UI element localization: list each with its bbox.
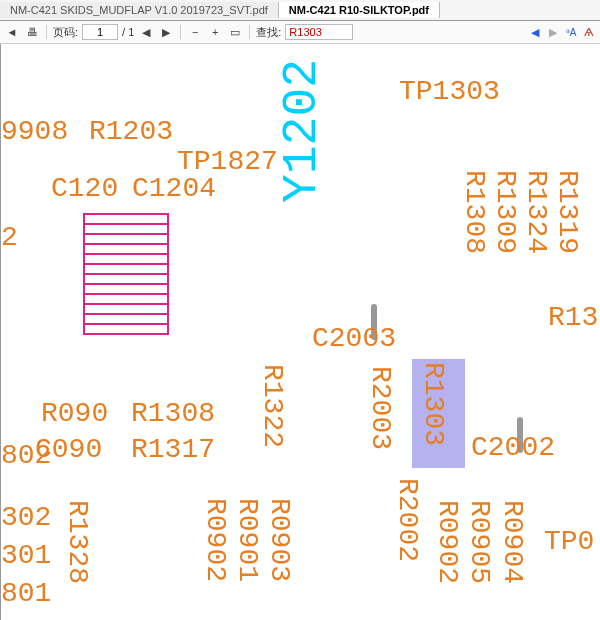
pdf-viewport[interactable]: Y1202 TP1303 9908 R1203 TP1827 C120 C120… <box>0 44 600 620</box>
separator <box>249 25 250 39</box>
zoom-in-icon[interactable]: + <box>207 26 223 38</box>
ref-r2003: R2003 <box>366 366 394 450</box>
find-icon[interactable]: Ѧ <box>582 26 596 39</box>
ref-tp1827: TP1827 <box>177 148 278 176</box>
page-total: / 1 <box>122 26 134 38</box>
separator <box>180 25 181 39</box>
ref-r1324v: R1324 <box>522 170 550 254</box>
ref-c2002: C2002 <box>471 434 555 462</box>
ref-r2002: R2002 <box>393 478 421 562</box>
ref-c2003: C2003 <box>312 325 396 353</box>
ref-c1201: C120 <box>51 175 118 203</box>
ref-r1308v: R1308 <box>460 170 488 254</box>
ref-r1308h: R1308 <box>131 400 215 428</box>
ref-tp1303: TP1303 <box>399 78 500 106</box>
ref-side-r13: R13 <box>548 304 598 332</box>
ref-r0905: R0905 <box>465 500 493 584</box>
ref-left301: 301 <box>1 542 51 570</box>
ref-r0901: R090 <box>41 400 108 428</box>
tab-active[interactable]: NM-C421 R10-SILKTOP.pdf <box>279 2 440 18</box>
ref-r1303: R1303 <box>419 362 447 446</box>
find-prev-icon[interactable]: ◀ <box>528 26 542 39</box>
search-label: 查找: <box>256 25 281 40</box>
ref-r1317: R1317 <box>131 436 215 464</box>
ref-9908: 9908 <box>1 118 68 146</box>
ref-r0904: R0904 <box>498 500 526 584</box>
page-prev-icon[interactable]: ◀ <box>138 26 154 39</box>
ref-y1202: Y1202 <box>278 59 326 203</box>
ref-r1309v: R1309 <box>491 170 519 254</box>
find-next-icon[interactable]: ▶ <box>546 26 560 39</box>
print-icon[interactable]: 🖶 <box>24 26 40 38</box>
page-label: 页码: <box>53 25 78 40</box>
ref-r0901v: R0901 <box>233 498 261 582</box>
ref-left801: 801 <box>1 580 51 608</box>
search-input[interactable] <box>285 24 353 40</box>
highlight-icon[interactable]: ᵃA <box>564 27 578 38</box>
page-next-icon[interactable]: ▶ <box>158 26 174 39</box>
ref-partial-2: 2 <box>1 224 18 252</box>
toolbar: ◄ 🖶 页码: / 1 ◀ ▶ − + ▭ 查找: ◀ ▶ ᵃA Ѧ <box>0 21 600 44</box>
ref-r0903: R0903 <box>265 498 293 582</box>
ref-r1322: R1322 <box>258 364 286 448</box>
zoom-fit-icon[interactable]: ▭ <box>227 26 243 39</box>
back-icon[interactable]: ◄ <box>4 26 20 38</box>
pink-hatched-box <box>83 213 169 335</box>
ref-r0902b: R0902 <box>433 500 461 584</box>
tab-bar: NM-C421 SKIDS_MUDFLAP V1.0 2019723_SVT.p… <box>0 0 600 21</box>
ref-tp0: TP0 <box>544 528 594 556</box>
ref-r1203: R1203 <box>89 118 173 146</box>
ref-c1204: C1204 <box>132 175 216 203</box>
tab-inactive[interactable]: NM-C421 SKIDS_MUDFLAP V1.0 2019723_SVT.p… <box>0 2 279 18</box>
ref-r0902: R0902 <box>201 498 229 582</box>
ref-r1328: R1328 <box>63 500 91 584</box>
ref-left302: 302 <box>1 504 51 532</box>
ref-r1319v: R1319 <box>553 170 581 254</box>
zoom-out-icon[interactable]: − <box>187 26 203 38</box>
page-current-input[interactable] <box>82 24 118 40</box>
separator <box>46 25 47 39</box>
ref-left802: 802 <box>1 442 51 470</box>
